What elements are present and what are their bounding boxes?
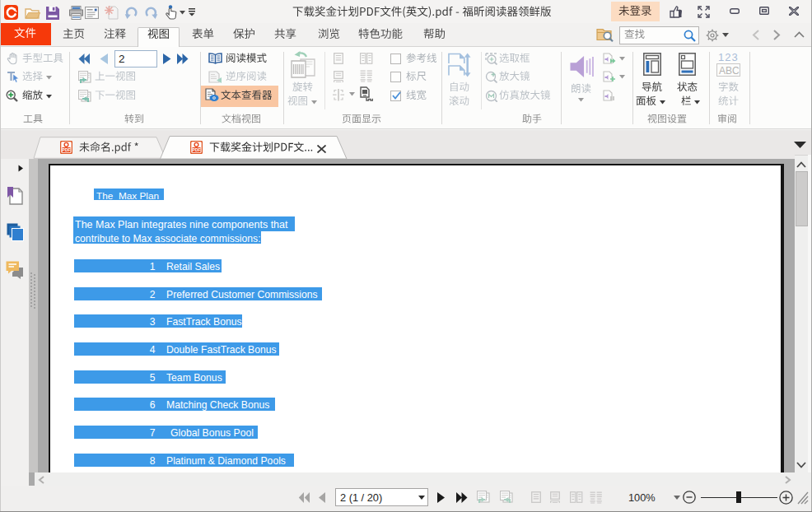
svg-text:PDF: PDF bbox=[192, 147, 200, 152]
svg-text:PDF: PDF bbox=[62, 147, 70, 152]
